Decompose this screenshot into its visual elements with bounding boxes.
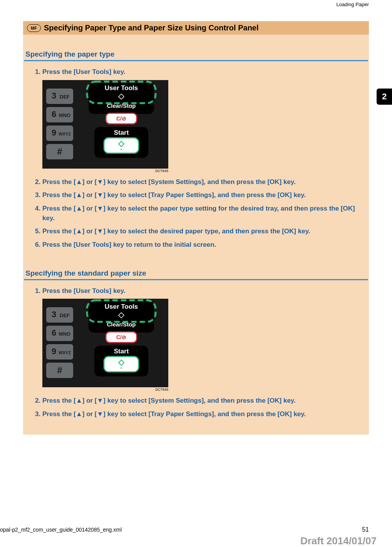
step-item: Press the [▲] or [▼] key to select [Syst… (42, 177, 361, 187)
svg-rect-8 (104, 138, 139, 153)
step-item: Press the [▲] or [▼] key to select [Syst… (42, 396, 361, 406)
svg-rect-18 (104, 356, 139, 372)
key-digit: # (57, 365, 62, 375)
svg-point-19 (121, 367, 122, 369)
key-letters: WXYZ (59, 132, 71, 136)
step-text: Press the [▲] or [▼] key to select [Syst… (42, 178, 296, 186)
steps-paper-type: Press the [User Tools] key. 3 DEF 6 MNO (25, 67, 361, 250)
key-digit: 3 (52, 309, 56, 319)
draft-stamp: Draft 2014/01/07 (300, 535, 377, 547)
steps-paper-size: Press the [User Tools] key. 3 DEF 6 MNO (25, 286, 361, 419)
step-text: Press the [User Tools] key to return to … (42, 241, 216, 248)
section-title-bar: MF Specifying Paper Type and Paper Size … (23, 21, 369, 35)
user-tools-label: User Tools (105, 303, 138, 310)
key-digit: 3 (52, 91, 56, 100)
figure-code: DCT845 (42, 387, 168, 392)
key-digit: 6 (52, 109, 56, 119)
step-text: Press the [▲] or [▼] key to select the d… (42, 227, 310, 235)
step-text: Press the [User Tools] key. (42, 287, 126, 294)
step-item: Press the [▲] or [▼] key to select [Tray… (42, 191, 361, 200)
step-item: Press the [User Tools] key. 3 DEF 6 MNO (42, 286, 361, 393)
key-digit: # (57, 146, 62, 157)
control-panel-figure: 3 DEF 6 MNO 9 WXYZ # (42, 80, 361, 174)
control-panel-illustration: 3 DEF 6 MNO 9 WXYZ # User Tools (42, 299, 168, 387)
key-digit: 9 (52, 128, 56, 137)
key-letters: MNO (59, 331, 70, 337)
subsection-heading-paper-size: Specifying the standard paper size (24, 254, 368, 280)
control-panel-illustration: 3 DEF 6 MNO 9 WXYZ # (42, 80, 168, 169)
step-text: Press the [▲] or [▼] key to select [Syst… (42, 397, 296, 404)
clear-stop-icon: C/⊘ (116, 334, 126, 340)
key-digit: 6 (52, 328, 56, 338)
key-letters: MNO (59, 112, 70, 118)
section-title-text: Specifying Paper Type and Paper Size Usi… (44, 23, 259, 32)
key-letters: DEF (60, 94, 70, 100)
start-label: Start (114, 348, 129, 355)
step-text: Press the [▲] or [▼] key to select [Tray… (42, 410, 306, 418)
control-panel-figure: 3 DEF 6 MNO 9 WXYZ # User Tools (42, 299, 361, 392)
main-content: MF Specifying Paper Type and Paper Size … (23, 21, 369, 435)
user-tools-label: User Tools (105, 84, 138, 92)
key-letters: DEF (60, 313, 70, 318)
step-item: Press the [User Tools] key to return to … (42, 240, 361, 250)
running-head: Loading Paper (0, 0, 392, 17)
step-item: Press the [▲] or [▼] key to select [Tray… (42, 410, 361, 419)
step-text: Press the [User Tools] key. (42, 68, 126, 75)
key-digit: 9 (52, 346, 56, 356)
step-text: Press the [▲] or [▼] key to select the p… (42, 205, 355, 222)
mf-badge: MF (27, 24, 41, 32)
page-footer: opal-p2_mf2_com_user_guide_00142085_eng.… (0, 526, 392, 533)
key-letters: WXYZ (59, 350, 71, 355)
start-label: Start (114, 129, 129, 136)
figure-code: DCT845 (42, 169, 168, 174)
chapter-tab: 2 (377, 89, 392, 105)
step-item: Press the [▲] or [▼] key to select the p… (42, 204, 361, 223)
subsection-heading-paper-type: Specifying the paper type (24, 35, 368, 61)
footer-filename: opal-p2_mf2_com_user_guide_00142085_eng.… (0, 527, 122, 533)
step-text: Press the [▲] or [▼] key to select [Tray… (42, 191, 306, 199)
svg-point-9 (121, 149, 122, 150)
step-item: Press the [User Tools] key. 3 DEF 6 MNO (42, 67, 361, 174)
step-item: Press the [▲] or [▼] key to select the d… (42, 227, 361, 236)
footer-page-number: 51 (362, 526, 369, 533)
clear-stop-icon: C/⊘ (116, 115, 126, 122)
